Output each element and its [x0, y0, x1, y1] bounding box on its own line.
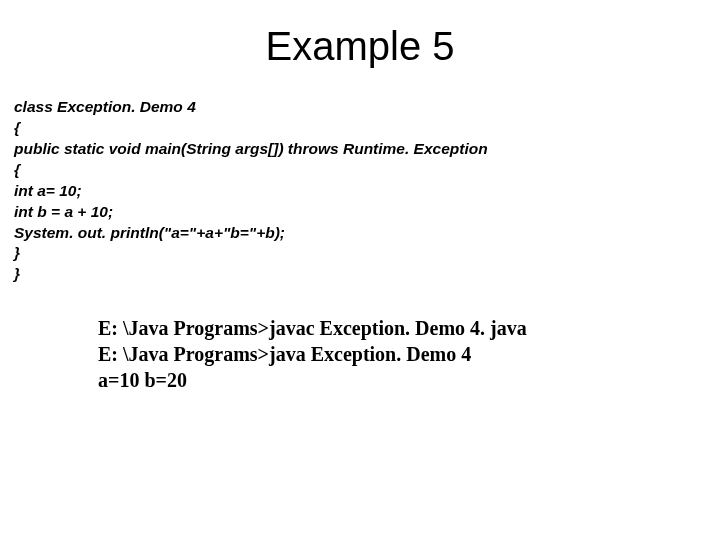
code-line: }	[14, 243, 706, 264]
code-line: }	[14, 264, 706, 285]
code-line: {	[14, 160, 706, 181]
code-line: {	[14, 118, 706, 139]
slide-title: Example 5	[14, 24, 706, 69]
output-line: E: \Java Programs>javac Exception. Demo …	[98, 315, 706, 341]
code-line: int b = a + 10;	[14, 202, 706, 223]
output-line: a=10 b=20	[98, 367, 706, 393]
output-block: E: \Java Programs>javac Exception. Demo …	[98, 315, 706, 393]
code-line: int a= 10;	[14, 181, 706, 202]
slide-container: Example 5 class Exception. Demo 4 { publ…	[0, 0, 720, 540]
output-line: E: \Java Programs>java Exception. Demo 4	[98, 341, 706, 367]
code-line: System. out. println("a="+a+"b="+b);	[14, 223, 706, 244]
code-block: class Exception. Demo 4 { public static …	[14, 97, 706, 285]
code-line: public static void main(String args[]) t…	[14, 139, 706, 160]
code-line: class Exception. Demo 4	[14, 97, 706, 118]
